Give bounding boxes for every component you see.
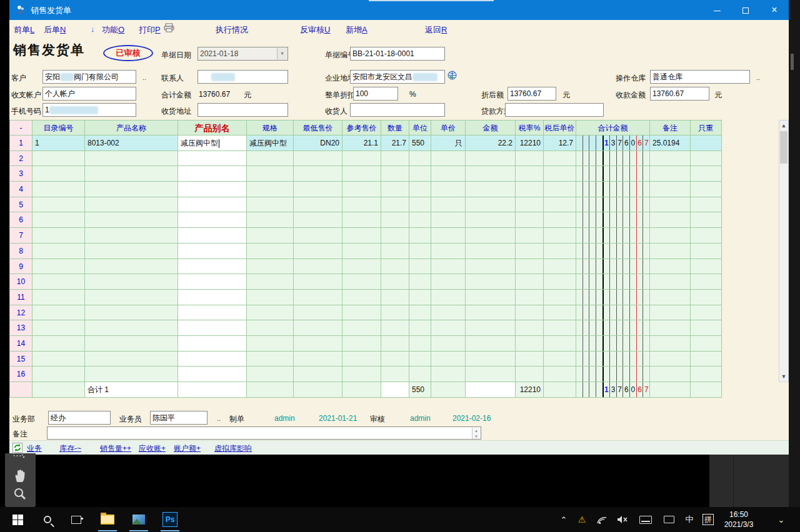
consignee-field[interactable] — [350, 103, 445, 117]
table-cell[interactable] — [381, 305, 409, 321]
globe-icon[interactable] — [448, 71, 457, 82]
table-cell[interactable] — [32, 305, 85, 321]
table-cell[interactable] — [85, 212, 178, 228]
table-cell[interactable]: 减压阀中型 — [178, 135, 247, 151]
table-cell[interactable] — [409, 197, 431, 213]
table-cell[interactable] — [516, 182, 544, 197]
table-scrollbar[interactable]: ▲ ▼ — [779, 120, 789, 382]
table-cell[interactable] — [431, 320, 466, 336]
table-cell[interactable] — [576, 320, 650, 336]
table-cell[interactable] — [431, 336, 466, 352]
table-cell[interactable] — [178, 352, 247, 367]
table-cell[interactable] — [516, 367, 544, 382]
signal-icon[interactable] — [594, 507, 610, 532]
table-cell[interactable] — [294, 367, 342, 382]
discount-field[interactable]: 100 — [353, 87, 398, 101]
table-cell[interactable] — [342, 352, 381, 367]
table-cell[interactable] — [32, 197, 85, 213]
table-cell[interactable] — [466, 197, 516, 213]
table-cell[interactable] — [516, 320, 544, 336]
table-cell[interactable] — [691, 367, 722, 382]
table-cell[interactable] — [294, 244, 342, 259]
photoshop-app-icon[interactable]: Ps — [158, 507, 182, 532]
zoom-tool-icon[interactable] — [12, 487, 28, 505]
table-cell[interactable] — [650, 244, 691, 259]
table-cell[interactable] — [691, 197, 722, 213]
table-cell[interactable] — [691, 320, 722, 336]
table-cell[interactable] — [178, 212, 247, 228]
table-cell[interactable] — [650, 274, 691, 290]
table-cell[interactable] — [516, 290, 544, 305]
contact-field[interactable] — [198, 70, 288, 84]
table-cell[interactable]: 21.1 — [342, 135, 381, 151]
table-cell[interactable] — [466, 244, 516, 259]
status-link-virtualstore[interactable]: 虚拟库影响 — [214, 443, 252, 454]
table-cell[interactable] — [85, 274, 178, 290]
table-cell[interactable] — [466, 305, 516, 321]
table-cell[interactable] — [294, 290, 342, 305]
table-cell[interactable] — [650, 352, 691, 367]
row-number[interactable]: 11 — [9, 290, 32, 305]
table-cell[interactable] — [650, 259, 691, 275]
notification-icon[interactable]: ⌄ — [774, 507, 789, 532]
table-cell[interactable] — [409, 259, 431, 275]
table-cell[interactable] — [32, 336, 85, 352]
ime-mode-indicator[interactable]: 拼 — [700, 507, 716, 532]
row-number[interactable]: 7 — [9, 228, 32, 244]
table-cell[interactable] — [247, 197, 294, 213]
table-cell[interactable] — [381, 228, 409, 244]
table-cell[interactable] — [516, 274, 544, 290]
table-cell[interactable] — [32, 259, 85, 275]
table-cell[interactable] — [466, 352, 516, 367]
table-cell[interactable] — [409, 320, 431, 336]
table-cell[interactable] — [381, 274, 409, 290]
table-cell[interactable] — [381, 320, 409, 336]
table-cell[interactable] — [431, 274, 466, 290]
table-cell[interactable] — [342, 259, 381, 275]
table-cell[interactable] — [576, 182, 650, 197]
spinner-icon[interactable]: ▴▾ — [472, 428, 480, 439]
close-button[interactable]: × — [760, 0, 789, 20]
table-cell[interactable] — [247, 151, 294, 167]
table-cell[interactable] — [409, 336, 431, 352]
row-number[interactable]: 8 — [9, 244, 32, 259]
table-cell[interactable] — [247, 166, 294, 182]
table-cell[interactable] — [381, 259, 409, 275]
table-cell[interactable] — [466, 212, 516, 228]
table-cell[interactable] — [178, 166, 247, 182]
table-cell[interactable] — [247, 367, 294, 382]
row-number[interactable]: 12 — [9, 305, 32, 321]
row-number[interactable]: 13 — [9, 320, 32, 336]
table-cell[interactable] — [544, 151, 576, 167]
row-number[interactable]: 2 — [9, 151, 32, 167]
delivery-address-field[interactable] — [198, 103, 288, 117]
table-cell[interactable] — [85, 290, 178, 305]
date-field[interactable]: 2021-01-18 ▾ — [198, 47, 288, 61]
table-cell[interactable] — [544, 166, 576, 182]
table-cell[interactable] — [32, 290, 85, 305]
return-button[interactable]: 返回R — [425, 24, 447, 36]
table-cell[interactable] — [516, 151, 544, 167]
table-cell[interactable] — [691, 212, 722, 228]
table-cell[interactable] — [381, 290, 409, 305]
network-warning-icon[interactable]: ⚠ — [574, 507, 590, 532]
table-cell[interactable] — [544, 305, 576, 321]
table-cell[interactable] — [466, 166, 516, 182]
table-cell[interactable] — [294, 259, 342, 275]
table-cell[interactable] — [431, 244, 466, 259]
table-cell[interactable] — [178, 290, 247, 305]
table-cell[interactable] — [32, 367, 85, 382]
table-cell[interactable] — [342, 182, 381, 197]
table-cell[interactable] — [294, 336, 342, 352]
table-cell[interactable] — [576, 244, 650, 259]
table-cell[interactable] — [409, 151, 431, 167]
table-cell[interactable] — [409, 244, 431, 259]
table-cell[interactable] — [381, 244, 409, 259]
table-cell[interactable] — [691, 166, 722, 182]
clock[interactable]: 16:50 2021/3/3 — [716, 510, 761, 530]
table-cell[interactable] — [294, 182, 342, 197]
table-cell[interactable] — [342, 228, 381, 244]
table-cell[interactable] — [544, 367, 576, 382]
next-doc-button[interactable]: 后单N — [44, 24, 66, 36]
table-cell[interactable] — [691, 244, 722, 259]
